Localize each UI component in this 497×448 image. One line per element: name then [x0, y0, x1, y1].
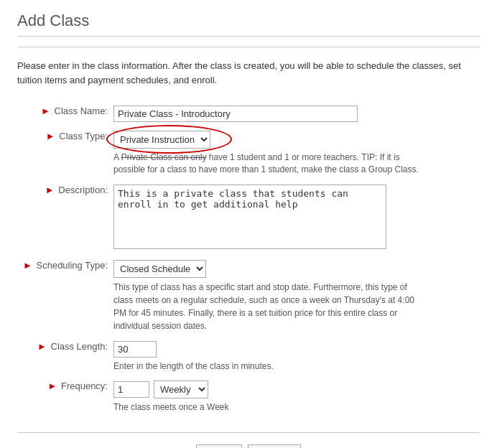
scheduling-type-select[interactable]: Closed Schedule Open Schedule: [113, 260, 206, 278]
description-required: ►: [45, 185, 55, 195]
class-name-row: ► Class Name:: [17, 101, 480, 126]
class-name-input[interactable]: [113, 106, 358, 122]
title-separator: [17, 47, 480, 47]
form-table: ► Class Name: ► Class Type: Private Inst…: [17, 101, 480, 418]
class-type-field-cell: Private Instruction Group Class A Privat…: [111, 126, 480, 180]
frequency-label-cell: ► Frequency:: [17, 376, 111, 418]
class-type-select[interactable]: Private Instruction Group Class: [113, 131, 210, 149]
class-length-label-cell: ► Class Length:: [17, 337, 111, 377]
intro-text: Please enter in the class information. A…: [17, 59, 480, 87]
scheduling-type-label-cell: ► Scheduling Type:: [17, 256, 111, 337]
class-length-required: ►: [37, 341, 47, 352]
class-name-field-cell: [111, 101, 480, 126]
class-name-label-cell: ► Class Name:: [17, 101, 111, 126]
class-type-wrapper: Private Instruction Group Class: [113, 131, 210, 149]
class-length-field-cell: Enter in the length of the class in minu…: [111, 337, 480, 377]
frequency-input[interactable]: [113, 381, 149, 398]
class-length-input[interactable]: [113, 341, 157, 358]
scheduling-type-row: ► Scheduling Type: Closed Schedule Open …: [17, 256, 480, 337]
class-type-label-cell: ► Class Type:: [17, 126, 111, 180]
frequency-required: ►: [47, 381, 57, 391]
scheduling-type-field-cell: Closed Schedule Open Schedule This type …: [111, 256, 480, 337]
description-row: ► Description: This is a private class t…: [17, 180, 480, 256]
frequency-row: ► Frequency: Weekly Daily Monthly The cl…: [17, 376, 480, 418]
cancel-button[interactable]: Cancel: [248, 444, 301, 448]
frequency-field-cell: Weekly Daily Monthly The class meets onc…: [111, 376, 480, 418]
description-label-cell: ► Description:: [17, 180, 111, 256]
class-type-row: ► Class Type: Private Instruction Group …: [17, 126, 480, 180]
class-name-required: ►: [41, 106, 50, 116]
frequency-hint: The class meets once a Week: [113, 401, 422, 414]
frequency-inputs: Weekly Daily Monthly: [113, 381, 477, 398]
frequency-period-select[interactable]: Weekly Daily Monthly: [154, 381, 208, 398]
page-title: Add Class: [17, 11, 480, 37]
class-type-required: ►: [46, 131, 55, 141]
scheduling-hint: This type of class has a specific start …: [113, 281, 422, 332]
class-type-hint: A Private Class can only have 1 student …: [113, 151, 422, 176]
save-button[interactable]: Save: [196, 444, 242, 448]
class-length-label: Class Length:: [51, 341, 108, 352]
class-length-hint: Enter in the length of the class in minu…: [113, 360, 422, 373]
strikethrough-text: Private Class can only: [121, 152, 207, 162]
class-name-label: Class Name:: [55, 106, 108, 116]
class-type-label: Class Type:: [59, 131, 108, 141]
description-label: Description:: [58, 185, 108, 195]
scheduling-required: ►: [23, 260, 32, 271]
frequency-label: Frequency:: [61, 381, 108, 391]
bottom-bar: Save Cancel: [17, 432, 480, 448]
scheduling-type-label: Scheduling Type:: [37, 260, 108, 271]
description-field-cell: This is a private class that students ca…: [111, 180, 480, 256]
page-container: Add Class Please enter in the class info…: [0, 0, 497, 448]
class-length-row: ► Class Length: Enter in the length of t…: [17, 337, 480, 377]
description-textarea[interactable]: This is a private class that students ca…: [113, 185, 386, 249]
